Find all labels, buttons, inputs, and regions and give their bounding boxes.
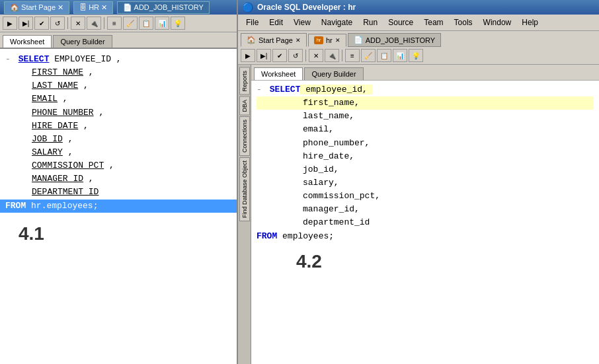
right-firstname-line: first_name, [257, 96, 594, 110]
menu-bar: File Edit View Navigate Run Source Team … [238, 15, 599, 31]
menu-tools[interactable]: Tools [449, 16, 478, 29]
right-main: Worksheet Query Builder - SELECT employe… [251, 65, 599, 364]
find-db-tab[interactable]: Find Database Object [239, 157, 250, 221]
right-from-table-name: employees; [282, 231, 334, 241]
right-select-line: - SELECT employee_id, [257, 83, 594, 96]
right-worksheet-tab[interactable]: Worksheet [254, 67, 303, 80]
right-managerid-line: manager_id, [257, 203, 594, 216]
dba-tab[interactable]: DBA [239, 96, 250, 116]
startpage-wintab[interactable]: 🏠 Start Page ✕ [241, 33, 307, 47]
autotrace-btn[interactable]: 📊 [155, 17, 169, 30]
right-email-line: email, [257, 123, 594, 136]
field-commission-line: COMMISSION_PCT , [5, 159, 231, 172]
right-connect-btn[interactable]: 🔌 [325, 49, 339, 62]
right-jobid: job_id, [303, 164, 339, 174]
right-commit-btn[interactable]: ✔ [272, 49, 287, 62]
menu-file[interactable]: File [241, 16, 264, 29]
startpage-close[interactable]: ✕ [296, 37, 301, 44]
right-clear-btn[interactable]: 🧹 [361, 49, 376, 62]
commit-btn[interactable]: ✔ [34, 17, 49, 30]
right-querybuilder-tab[interactable]: Query Builder [304, 67, 363, 80]
field-employeeid: EMPLOYEE_ID , [54, 54, 121, 64]
hr-close[interactable]: ✕ [335, 37, 340, 44]
right-version: 4.2 [257, 243, 594, 279]
right-hiredate-line: hire_date, [257, 150, 594, 163]
left-sql-content: - SELECT EMPLOYEE_ID , FIRST_NAME , LAST… [0, 49, 237, 258]
field-hiredate: HIRE_DATE [32, 121, 78, 131]
right-explain-btn[interactable]: 💡 [409, 49, 423, 62]
right-toolbar: ▶ ▶| ✔ ↺ ✕ 🔌 ≡ 🧹 📋 📊 💡 [238, 47, 599, 65]
field-email-line: EMAIL , [5, 92, 231, 106]
right-deptid: department_id [303, 217, 370, 227]
cancel-btn[interactable]: ✕ [71, 17, 85, 30]
menu-view[interactable]: View [288, 16, 316, 29]
right-firstname: first_name, [303, 98, 360, 108]
right-runscript-btn[interactable]: ▶| [257, 49, 271, 62]
sep1 [67, 17, 68, 29]
right-deptid-line: department_id [257, 216, 594, 229]
menu-team[interactable]: Team [419, 16, 448, 29]
from-line: FROM hr.employees; [0, 200, 237, 213]
left-hr-tab[interactable]: 🗄 HR ✕ [73, 1, 113, 14]
right-cancel-btn[interactable]: ✕ [309, 49, 323, 62]
field-firstname: FIRST_NAME [32, 67, 83, 77]
field-deptid-line: DEPARTMENT_ID [5, 186, 231, 199]
right-commission-line: commission_pct, [257, 190, 594, 203]
sep2 [104, 17, 104, 29]
right-run-btn[interactable]: ▶ [241, 49, 255, 62]
right-from-kw: FROM [257, 231, 277, 241]
worksheet-tab[interactable]: Worksheet [3, 35, 52, 48]
field-lastname: LAST_NAME [32, 81, 78, 91]
right-salary: salary, [303, 178, 339, 188]
menu-run[interactable]: Run [358, 16, 383, 29]
history-btn[interactable]: 📋 [139, 17, 153, 30]
connect-btn[interactable]: 🔌 [87, 17, 101, 30]
right-managerid: manager_id, [303, 204, 360, 214]
menu-source[interactable]: Source [383, 16, 419, 29]
field-salary: SALARY [32, 147, 63, 157]
explain-btn[interactable]: 💡 [171, 17, 185, 30]
rollback-btn[interactable]: ↺ [50, 17, 65, 30]
right-format-btn[interactable]: ≡ [345, 49, 360, 62]
right-lastname: last_name, [303, 111, 354, 121]
window-tabs: 🏠 Start Page ✕ hr hr ✕ 📄 ADD_JOB_HISTORY [238, 31, 599, 47]
left-tab-bar: Worksheet Query Builder [0, 32, 237, 49]
hr-wintab[interactable]: hr hr ✕ [308, 34, 346, 47]
field-hiredate-line: HIRE_DATE , [5, 120, 231, 133]
format-btn[interactable]: ≡ [107, 17, 122, 30]
right-sep2 [342, 50, 342, 61]
left-start-page-tab[interactable]: 🏠 Start Page ✕ [4, 1, 69, 14]
from-table-name: hr.employees; [31, 201, 98, 211]
menu-navigate[interactable]: Navigate [316, 16, 358, 29]
right-title-text: Oracle SQL Developer : hr [257, 3, 356, 12]
left-addjobhistory-tab[interactable]: 📄 ADD_JOB_HISTORY [117, 1, 210, 14]
addjob-wintab[interactable]: 📄 ADD_JOB_HISTORY [348, 33, 441, 47]
right-autotrace-btn[interactable]: 📊 [393, 49, 407, 62]
right-hiredate: hire_date, [303, 151, 354, 161]
from-keyword: FROM [5, 201, 26, 211]
right-sep1 [305, 50, 306, 61]
right-rollback-btn[interactable]: ↺ [288, 49, 303, 62]
version-number: 4.1 [5, 213, 231, 254]
menu-window[interactable]: Window [478, 16, 517, 29]
side-tabs: Reports DBA Connections Find Database Ob… [238, 65, 251, 364]
querybuilder-tab[interactable]: Query Builder [53, 35, 112, 48]
right-history-btn[interactable]: 📋 [377, 49, 391, 62]
menu-edit[interactable]: Edit [264, 16, 288, 29]
run-btn[interactable]: ▶ [3, 17, 17, 30]
clear-btn[interactable]: 🧹 [123, 17, 138, 30]
menu-help[interactable]: Help [516, 16, 543, 29]
field-firstname-comma: , [89, 67, 94, 77]
run-script-btn[interactable]: ▶| [19, 17, 33, 30]
reports-tab[interactable]: Reports [239, 67, 250, 95]
right-employeeid: employee_id, [300, 85, 373, 94]
left-sql-editor[interactable]: - SELECT EMPLOYEE_ID , FIRST_NAME , LAST… [0, 49, 237, 364]
right-sql-content: - SELECT employee_id, first_name, last_n… [257, 83, 594, 279]
left-toolbar: ▶ ▶| ✔ ↺ ✕ 🔌 ≡ 🧹 📋 📊 💡 [0, 15, 237, 32]
right-sql-area[interactable]: - SELECT employee_id, first_name, last_n… [251, 81, 599, 364]
right-lastname-line: last_name, [257, 110, 594, 123]
field-phone: PHONE_NUMBER [32, 108, 94, 118]
right-content-area: Reports DBA Connections Find Database Ob… [238, 65, 599, 364]
field-managerid: MANAGER_ID [32, 174, 83, 184]
connections-tab[interactable]: Connections [239, 116, 250, 156]
